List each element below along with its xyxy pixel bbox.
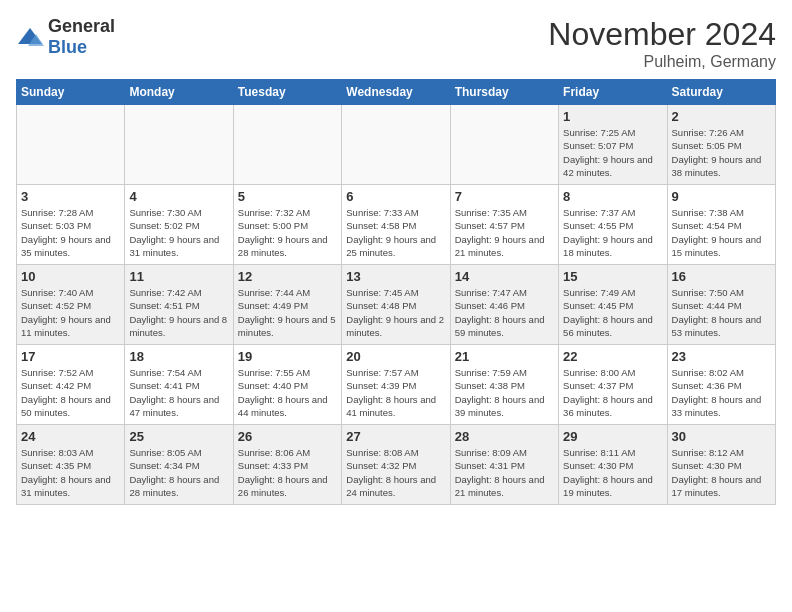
- day-info: Sunrise: 8:03 AM Sunset: 4:35 PM Dayligh…: [21, 446, 120, 499]
- calendar-cell: 17Sunrise: 7:52 AM Sunset: 4:42 PM Dayli…: [17, 345, 125, 425]
- calendar-cell: [450, 105, 558, 185]
- day-info: Sunrise: 7:44 AM Sunset: 4:49 PM Dayligh…: [238, 286, 337, 339]
- calendar-cell: 28Sunrise: 8:09 AM Sunset: 4:31 PM Dayli…: [450, 425, 558, 505]
- logo-icon: [16, 26, 44, 48]
- header-monday: Monday: [125, 80, 233, 105]
- calendar-week-row: 3Sunrise: 7:28 AM Sunset: 5:03 PM Daylig…: [17, 185, 776, 265]
- day-info: Sunrise: 8:05 AM Sunset: 4:34 PM Dayligh…: [129, 446, 228, 499]
- day-number: 29: [563, 429, 662, 444]
- day-info: Sunrise: 8:11 AM Sunset: 4:30 PM Dayligh…: [563, 446, 662, 499]
- calendar-cell: 15Sunrise: 7:49 AM Sunset: 4:45 PM Dayli…: [559, 265, 667, 345]
- day-number: 20: [346, 349, 445, 364]
- logo-text: General Blue: [48, 16, 115, 58]
- day-info: Sunrise: 8:08 AM Sunset: 4:32 PM Dayligh…: [346, 446, 445, 499]
- calendar-cell: 29Sunrise: 8:11 AM Sunset: 4:30 PM Dayli…: [559, 425, 667, 505]
- day-info: Sunrise: 7:38 AM Sunset: 4:54 PM Dayligh…: [672, 206, 771, 259]
- calendar-cell: 21Sunrise: 7:59 AM Sunset: 4:38 PM Dayli…: [450, 345, 558, 425]
- day-number: 8: [563, 189, 662, 204]
- calendar-cell: 13Sunrise: 7:45 AM Sunset: 4:48 PM Dayli…: [342, 265, 450, 345]
- calendar-cell: 8Sunrise: 7:37 AM Sunset: 4:55 PM Daylig…: [559, 185, 667, 265]
- day-info: Sunrise: 8:12 AM Sunset: 4:30 PM Dayligh…: [672, 446, 771, 499]
- day-info: Sunrise: 7:37 AM Sunset: 4:55 PM Dayligh…: [563, 206, 662, 259]
- calendar-table: SundayMondayTuesdayWednesdayThursdayFrid…: [16, 79, 776, 505]
- title-block: November 2024 Pulheim, Germany: [548, 16, 776, 71]
- calendar-cell: 30Sunrise: 8:12 AM Sunset: 4:30 PM Dayli…: [667, 425, 775, 505]
- calendar-cell: 9Sunrise: 7:38 AM Sunset: 4:54 PM Daylig…: [667, 185, 775, 265]
- day-number: 26: [238, 429, 337, 444]
- day-info: Sunrise: 7:25 AM Sunset: 5:07 PM Dayligh…: [563, 126, 662, 179]
- calendar-cell: 23Sunrise: 8:02 AM Sunset: 4:36 PM Dayli…: [667, 345, 775, 425]
- day-number: 14: [455, 269, 554, 284]
- day-info: Sunrise: 7:57 AM Sunset: 4:39 PM Dayligh…: [346, 366, 445, 419]
- calendar-week-row: 24Sunrise: 8:03 AM Sunset: 4:35 PM Dayli…: [17, 425, 776, 505]
- calendar-cell: 20Sunrise: 7:57 AM Sunset: 4:39 PM Dayli…: [342, 345, 450, 425]
- calendar-cell: 25Sunrise: 8:05 AM Sunset: 4:34 PM Dayli…: [125, 425, 233, 505]
- calendar-cell: [233, 105, 341, 185]
- logo: General Blue: [16, 16, 115, 58]
- calendar-cell: 14Sunrise: 7:47 AM Sunset: 4:46 PM Dayli…: [450, 265, 558, 345]
- day-number: 13: [346, 269, 445, 284]
- calendar-cell: 22Sunrise: 8:00 AM Sunset: 4:37 PM Dayli…: [559, 345, 667, 425]
- day-number: 16: [672, 269, 771, 284]
- calendar-cell: [125, 105, 233, 185]
- day-number: 11: [129, 269, 228, 284]
- day-info: Sunrise: 7:26 AM Sunset: 5:05 PM Dayligh…: [672, 126, 771, 179]
- day-info: Sunrise: 7:49 AM Sunset: 4:45 PM Dayligh…: [563, 286, 662, 339]
- day-number: 12: [238, 269, 337, 284]
- day-info: Sunrise: 7:55 AM Sunset: 4:40 PM Dayligh…: [238, 366, 337, 419]
- day-info: Sunrise: 8:02 AM Sunset: 4:36 PM Dayligh…: [672, 366, 771, 419]
- header-sunday: Sunday: [17, 80, 125, 105]
- day-info: Sunrise: 7:52 AM Sunset: 4:42 PM Dayligh…: [21, 366, 120, 419]
- header-saturday: Saturday: [667, 80, 775, 105]
- day-info: Sunrise: 8:00 AM Sunset: 4:37 PM Dayligh…: [563, 366, 662, 419]
- calendar-cell: 12Sunrise: 7:44 AM Sunset: 4:49 PM Dayli…: [233, 265, 341, 345]
- day-number: 3: [21, 189, 120, 204]
- day-number: 9: [672, 189, 771, 204]
- calendar-cell: 16Sunrise: 7:50 AM Sunset: 4:44 PM Dayli…: [667, 265, 775, 345]
- day-info: Sunrise: 7:33 AM Sunset: 4:58 PM Dayligh…: [346, 206, 445, 259]
- calendar-cell: 26Sunrise: 8:06 AM Sunset: 4:33 PM Dayli…: [233, 425, 341, 505]
- day-number: 21: [455, 349, 554, 364]
- calendar-cell: 1Sunrise: 7:25 AM Sunset: 5:07 PM Daylig…: [559, 105, 667, 185]
- calendar-cell: 2Sunrise: 7:26 AM Sunset: 5:05 PM Daylig…: [667, 105, 775, 185]
- day-info: Sunrise: 7:45 AM Sunset: 4:48 PM Dayligh…: [346, 286, 445, 339]
- day-number: 17: [21, 349, 120, 364]
- day-info: Sunrise: 7:30 AM Sunset: 5:02 PM Dayligh…: [129, 206, 228, 259]
- calendar-cell: 18Sunrise: 7:54 AM Sunset: 4:41 PM Dayli…: [125, 345, 233, 425]
- page-header: General Blue November 2024 Pulheim, Germ…: [16, 16, 776, 71]
- calendar-week-row: 17Sunrise: 7:52 AM Sunset: 4:42 PM Dayli…: [17, 345, 776, 425]
- header-wednesday: Wednesday: [342, 80, 450, 105]
- day-number: 30: [672, 429, 771, 444]
- calendar-cell: 3Sunrise: 7:28 AM Sunset: 5:03 PM Daylig…: [17, 185, 125, 265]
- calendar-cell: 19Sunrise: 7:55 AM Sunset: 4:40 PM Dayli…: [233, 345, 341, 425]
- month-title: November 2024: [548, 16, 776, 53]
- day-info: Sunrise: 7:42 AM Sunset: 4:51 PM Dayligh…: [129, 286, 228, 339]
- day-info: Sunrise: 7:35 AM Sunset: 4:57 PM Dayligh…: [455, 206, 554, 259]
- day-number: 27: [346, 429, 445, 444]
- day-info: Sunrise: 7:50 AM Sunset: 4:44 PM Dayligh…: [672, 286, 771, 339]
- calendar-cell: [342, 105, 450, 185]
- calendar-cell: 4Sunrise: 7:30 AM Sunset: 5:02 PM Daylig…: [125, 185, 233, 265]
- calendar-header-row: SundayMondayTuesdayWednesdayThursdayFrid…: [17, 80, 776, 105]
- calendar-cell: 7Sunrise: 7:35 AM Sunset: 4:57 PM Daylig…: [450, 185, 558, 265]
- calendar-cell: 5Sunrise: 7:32 AM Sunset: 5:00 PM Daylig…: [233, 185, 341, 265]
- day-number: 1: [563, 109, 662, 124]
- day-number: 4: [129, 189, 228, 204]
- day-number: 15: [563, 269, 662, 284]
- day-info: Sunrise: 8:09 AM Sunset: 4:31 PM Dayligh…: [455, 446, 554, 499]
- calendar-week-row: 10Sunrise: 7:40 AM Sunset: 4:52 PM Dayli…: [17, 265, 776, 345]
- day-number: 2: [672, 109, 771, 124]
- logo-blue: Blue: [48, 37, 87, 57]
- calendar-cell: 6Sunrise: 7:33 AM Sunset: 4:58 PM Daylig…: [342, 185, 450, 265]
- location: Pulheim, Germany: [548, 53, 776, 71]
- calendar-cell: [17, 105, 125, 185]
- day-number: 18: [129, 349, 228, 364]
- calendar-cell: 11Sunrise: 7:42 AM Sunset: 4:51 PM Dayli…: [125, 265, 233, 345]
- day-info: Sunrise: 7:59 AM Sunset: 4:38 PM Dayligh…: [455, 366, 554, 419]
- day-number: 25: [129, 429, 228, 444]
- header-tuesday: Tuesday: [233, 80, 341, 105]
- day-number: 24: [21, 429, 120, 444]
- day-number: 6: [346, 189, 445, 204]
- day-info: Sunrise: 7:40 AM Sunset: 4:52 PM Dayligh…: [21, 286, 120, 339]
- day-number: 5: [238, 189, 337, 204]
